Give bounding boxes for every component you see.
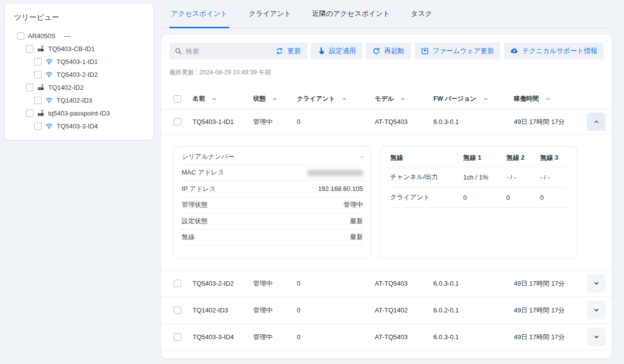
restart-icon xyxy=(372,47,380,55)
column-header-3[interactable]: モデル xyxy=(375,95,433,103)
radio-row-label: チャンネル/出力 xyxy=(390,167,463,187)
column-header-1[interactable]: 状態 xyxy=(253,95,297,103)
sort-asc-icon xyxy=(483,96,488,102)
tab-neighbor-aps[interactable]: 近隣のアクセスポイント xyxy=(311,0,392,28)
radio-value-cell: - / - xyxy=(506,167,540,187)
last-updated-text: 最終更新 : 2024-08-29 10:49:39 午前 xyxy=(169,68,604,77)
info-label: 無線 xyxy=(182,233,195,242)
column-header-2[interactable]: クライアント xyxy=(297,95,375,103)
tree-item-tq5403-3-id4[interactable]: TQ5403-3-ID4 xyxy=(14,120,144,132)
cell-name: TQ5403-1-ID1 xyxy=(193,118,253,125)
apply-config-button-label: 設定適用 xyxy=(329,47,356,56)
search-box xyxy=(169,43,269,60)
tree-item-tq1402-id2[interactable]: TQ1402-ID2 xyxy=(14,81,144,94)
column-header-0[interactable]: 名前 xyxy=(193,95,253,103)
tree-checkbox[interactable] xyxy=(34,97,42,104)
tree-checkbox[interactable] xyxy=(26,110,33,117)
refresh-icon xyxy=(276,47,283,55)
column-header-label: モデル xyxy=(375,95,394,103)
info-value: 管理中 xyxy=(344,200,363,209)
expand-row-button[interactable] xyxy=(587,301,606,319)
chevron-down-icon xyxy=(593,306,600,314)
info-row: IP アドレス192.168.60.105 xyxy=(182,181,363,197)
column-header-label: クライアント xyxy=(297,95,335,103)
collapse-toggle[interactable]: — xyxy=(64,32,70,40)
refresh-button[interactable]: 更新 xyxy=(269,43,307,60)
column-header-label: 名前 xyxy=(193,95,205,103)
firmware-download-icon xyxy=(421,47,429,55)
search-input[interactable] xyxy=(186,48,264,55)
radio-header-cell: 無線 3 xyxy=(540,149,567,167)
tree-view-title: ツリービュー xyxy=(14,13,144,22)
expand-cell xyxy=(575,301,612,319)
tree-item-tq5403-1-id1[interactable]: TQ5403-1-ID1 xyxy=(14,55,144,68)
tree-item-label: TQ1402-ID3 xyxy=(57,97,92,104)
row-detail-section: シリアルナンバー-MAC アドレスIP アドレス192.168.60.105管理… xyxy=(161,134,612,270)
info-label: シリアルナンバー xyxy=(182,152,234,161)
row-checkbox[interactable] xyxy=(174,333,181,341)
tab-tasks[interactable]: タスク xyxy=(410,0,434,28)
row-checkbox-cell xyxy=(161,306,193,314)
cell-status: 管理中 xyxy=(253,279,297,288)
cell-model: AT-TQ1402 xyxy=(375,306,433,314)
tree-item-label: tq5403-passpoint-ID3 xyxy=(48,110,110,117)
masked-value xyxy=(307,170,363,176)
wifi-icon xyxy=(45,122,53,130)
radio-row-label: クライアント xyxy=(390,187,463,208)
tech-support-button-label: テクニカルサポート情報 xyxy=(522,47,597,56)
column-header-5[interactable]: 稼働時間 xyxy=(514,95,575,103)
tree-checkbox[interactable] xyxy=(34,71,42,78)
tree-item-tq5403-passpoint-id3[interactable]: tq5403-passpoint-ID3 xyxy=(14,107,144,120)
tree-checkbox[interactable] xyxy=(26,84,33,91)
row-checkbox[interactable] xyxy=(174,306,181,314)
info-row: 無線最新 xyxy=(182,230,363,246)
select-all-checkbox[interactable] xyxy=(174,95,181,103)
tab-clients[interactable]: クライアント xyxy=(247,0,293,28)
sort-asc-icon xyxy=(400,96,406,102)
cell-status: 管理中 xyxy=(253,333,297,342)
cell-clients: 0 xyxy=(297,118,375,125)
cell-clients: 0 xyxy=(297,333,375,341)
tree-checkbox[interactable] xyxy=(17,32,24,40)
collapse-row-button[interactable] xyxy=(587,113,606,131)
tab-bar: アクセスポイントクライアント近隣のアクセスポイントタスク xyxy=(161,0,612,28)
firmware-update-button[interactable]: ファームウェア更新 xyxy=(415,43,500,60)
cell-status: 管理中 xyxy=(253,306,297,315)
row-checkbox[interactable] xyxy=(174,118,181,125)
tree-item-tq5403-2-id2[interactable]: TQ5403-2-ID2 xyxy=(14,68,144,81)
info-label: IP アドレス xyxy=(182,184,216,193)
cell-name: TQ5403-2-ID2 xyxy=(193,280,253,287)
chevron-down-icon xyxy=(593,280,600,287)
row-checkbox-cell xyxy=(161,280,193,287)
info-label: 設定状態 xyxy=(182,217,208,226)
radio-value-cell: - / - xyxy=(540,167,567,187)
column-header-label: FW バージョン xyxy=(433,95,477,103)
row-checkbox[interactable] xyxy=(174,280,181,287)
info-row: 設定状態最新 xyxy=(182,213,363,230)
tab-access-points[interactable]: アクセスポイント xyxy=(169,0,229,28)
expand-row-button[interactable] xyxy=(587,328,606,346)
tree-item-label: TQ5403-1-ID1 xyxy=(57,58,98,65)
cell-model: AT-TQ5403 xyxy=(375,118,433,125)
sort-asc-icon xyxy=(545,96,551,102)
sort-asc-icon xyxy=(211,96,217,102)
expand-row-button[interactable] xyxy=(587,274,606,293)
router-icon xyxy=(37,45,45,53)
table-row-tq5403-1-id1: TQ5403-1-ID1管理中0AT-TQ54036.0.3-0.149日 17… xyxy=(161,110,612,134)
toolbar: 更新設定適用再起動ファームウェア更新テクニカルサポート情報 xyxy=(161,35,612,60)
tree-checkbox[interactable] xyxy=(34,122,42,130)
tree-item-root[interactable]: AR4050S— xyxy=(14,29,144,42)
radio-table: 無線無線 1無線 2無線 3チャンネル/出力1ch / 1%- / -- / -… xyxy=(390,149,567,208)
column-header-4[interactable]: FW バージョン xyxy=(433,95,514,103)
tech-support-button[interactable]: テクニカルサポート情報 xyxy=(504,43,604,60)
tree-checkbox[interactable] xyxy=(26,45,33,53)
tree-checkbox[interactable] xyxy=(34,58,42,65)
tree-item-tq1402-id3[interactable]: TQ1402-ID3 xyxy=(14,94,144,107)
reboot-button[interactable]: 再起動 xyxy=(366,43,411,60)
tree-item-tq5403-cb-id1[interactable]: TQ5403-CB-ID1 xyxy=(14,42,144,55)
radio-header-cell: 無線 2 xyxy=(506,149,540,167)
cloud-download-icon xyxy=(510,47,518,55)
info-value: - xyxy=(361,153,363,160)
expand-cell xyxy=(575,274,612,293)
apply-config-button[interactable]: 設定適用 xyxy=(311,43,362,60)
